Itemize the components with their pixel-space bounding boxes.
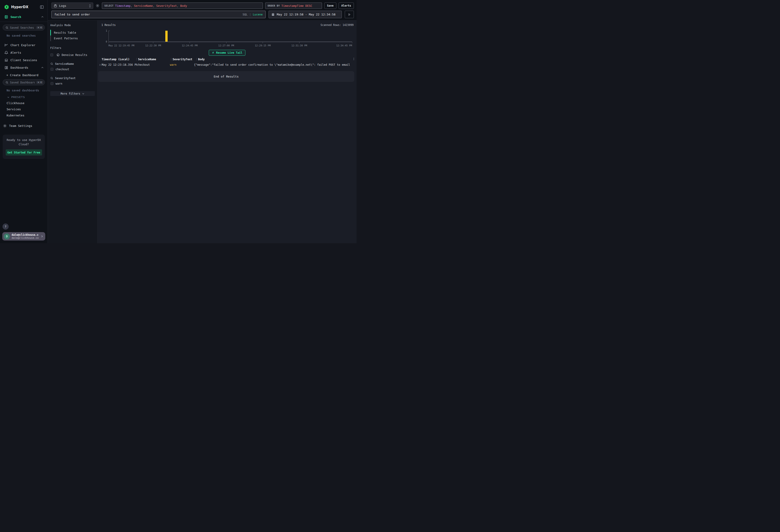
denoise-checkbox[interactable] bbox=[50, 53, 53, 56]
collapse-sidebar-icon[interactable] bbox=[40, 5, 44, 9]
scanned-rows: Scanned Rows: 1423099 bbox=[321, 23, 354, 27]
sidebar-item-alerts[interactable]: Alerts bbox=[0, 49, 48, 56]
select-col-servicename: ServiceName bbox=[134, 4, 153, 7]
x-tick-mark bbox=[108, 42, 109, 43]
preset-clickhouse[interactable]: Clickhouse bbox=[0, 100, 48, 106]
denoise-icon bbox=[56, 53, 60, 57]
help-button[interactable]: ? bbox=[2, 224, 9, 230]
sidebar-item-search[interactable]: Search bbox=[0, 13, 48, 21]
filter-group-severitytext[interactable]: SeverityText bbox=[50, 77, 95, 80]
user-menu[interactable]: D dale@clickhouse.com dale@clickhouse.co… bbox=[2, 232, 45, 241]
resume-live-tail-button[interactable]: Resume Live Tail bbox=[209, 50, 245, 56]
shortcut-badge: ⌘ K bbox=[36, 26, 43, 29]
source-settings-gear-icon[interactable] bbox=[96, 4, 100, 8]
y-tick-0: 0 bbox=[106, 41, 107, 43]
sidebar-item-dashboards[interactable]: Dashboards bbox=[0, 64, 48, 71]
select-columns-input[interactable]: SELECT Timestamp, ServiceName, SeverityT… bbox=[102, 2, 263, 9]
cell-body: {"message":"failed to send order confirm… bbox=[194, 63, 351, 66]
histogram-bar[interactable] bbox=[165, 31, 167, 42]
chevron-up-icon bbox=[41, 66, 44, 69]
cloud-promo-card: Ready to use HyperDX Cloud? Get Started … bbox=[3, 135, 45, 159]
chevron-down-icon bbox=[7, 96, 9, 98]
results-table: Timestamp (Local) ⋮ ServiceName ⋮ Severi… bbox=[98, 56, 356, 67]
filter-value-checkout[interactable]: checkout bbox=[50, 67, 95, 71]
search-icon bbox=[50, 62, 53, 65]
no-saved-searches-text: No saved searches bbox=[0, 32, 48, 39]
results-area: 1 Results Scanned Rows: 1423099 1 0 bbox=[98, 20, 356, 243]
user-subtitle: dale@clickhouse.com's bbox=[12, 236, 39, 239]
denoise-results-toggle[interactable]: Denoise Results bbox=[50, 53, 95, 57]
order-by-keyword: ORDER BY bbox=[267, 4, 280, 7]
saved-dashboards-input[interactable]: Saved Dashboards ⌘ K bbox=[3, 79, 45, 85]
alerts-button[interactable]: Alerts bbox=[339, 2, 354, 9]
sidebar-bottom: ? D dale@clickhouse.com dale@clickhouse.… bbox=[0, 222, 48, 243]
get-started-button[interactable]: Get Started for Free bbox=[6, 149, 42, 155]
checkout-checkbox[interactable] bbox=[50, 68, 53, 71]
source-select[interactable]: Logs bbox=[51, 2, 93, 9]
filter-group-name: SeverityText bbox=[55, 77, 76, 80]
search-query-input[interactable]: failed to send order SQL | Lucene bbox=[51, 11, 265, 18]
preset-kubernetes[interactable]: Kubernetes bbox=[0, 112, 48, 118]
x-tick-label: 12:29:15 PM bbox=[255, 44, 271, 47]
col-header-timestamp[interactable]: Timestamp (Local) bbox=[102, 58, 137, 61]
preset-services[interactable]: Services bbox=[0, 106, 48, 112]
chevron-down-icon bbox=[82, 92, 85, 95]
table-row[interactable]: May 22 12:23:18.356 PM checkout warn {"m… bbox=[98, 62, 356, 67]
analysis-mode-results-table[interactable]: Results Table bbox=[50, 30, 95, 36]
x-tick-label: 12:34:45 PM bbox=[336, 44, 352, 47]
topbar: Logs SELECT Timestamp, ServiceName, Seve… bbox=[48, 0, 356, 20]
logs-source-icon bbox=[54, 4, 57, 7]
bell-icon bbox=[4, 51, 8, 55]
search-section-icon bbox=[4, 15, 8, 19]
col-header-body[interactable]: Body bbox=[198, 58, 355, 61]
select-col-timestamp: Timestamp bbox=[115, 4, 131, 7]
lucene-mode-toggle[interactable]: Lucene bbox=[253, 13, 263, 16]
col-header-servicename[interactable]: ServiceName bbox=[138, 58, 171, 61]
sql-mode-toggle[interactable]: SQL bbox=[243, 13, 248, 16]
no-saved-dashboards-text: No saved dashboards bbox=[0, 87, 48, 94]
dashboards-icon bbox=[4, 66, 8, 69]
sidebar-item-client-sessions[interactable]: Client Sessions bbox=[0, 56, 48, 64]
column-separator[interactable]: ⋮ bbox=[135, 58, 138, 61]
select-keyword: SELECT bbox=[104, 4, 113, 7]
cell-service: checkout bbox=[137, 63, 170, 66]
sidebar-item-team-settings[interactable]: Team Settings bbox=[0, 122, 48, 130]
x-axis-line bbox=[109, 42, 352, 42]
chevron-up-icon bbox=[41, 15, 44, 18]
more-filters-button[interactable]: More filters bbox=[50, 91, 95, 96]
sidebar-item-chart-explorer[interactable]: Chart Explorer bbox=[0, 41, 48, 49]
order-by-value: TimestampTime DESC bbox=[282, 4, 312, 7]
column-separator[interactable]: ⋮ bbox=[195, 58, 198, 61]
presets-toggle[interactable]: PRESETS bbox=[0, 94, 48, 100]
col-header-severitytext[interactable]: SeverityText bbox=[173, 58, 197, 61]
expand-row-chevron-icon[interactable] bbox=[99, 64, 102, 66]
x-tick-mark bbox=[226, 42, 227, 43]
select-col-severitytext: SeverityText bbox=[156, 4, 177, 7]
run-query-button[interactable] bbox=[345, 11, 354, 18]
x-tick-mark bbox=[352, 42, 352, 43]
create-dashboard-button[interactable]: + Create Dashboard bbox=[0, 71, 48, 79]
saved-searches-input[interactable]: Saved Searches ⌘ K bbox=[3, 25, 45, 31]
laptop-icon bbox=[4, 58, 8, 62]
divider bbox=[0, 21, 48, 22]
filter-value-warn[interactable]: warn bbox=[50, 82, 95, 85]
analysis-mode-event-patterns[interactable]: Event Patterns bbox=[50, 36, 95, 41]
hyperdx-app: HyperDX Search Saved Searches ⌘ K No sav… bbox=[0, 0, 356, 243]
x-tick-label: 12:31:30 PM bbox=[291, 44, 307, 47]
cloud-promo-text: Ready to use HyperDX Cloud? bbox=[5, 138, 42, 146]
avatar: D bbox=[4, 234, 10, 239]
chart-explorer-icon bbox=[4, 43, 8, 47]
sidebar-item-label: Search bbox=[10, 15, 21, 19]
order-by-input[interactable]: ORDER BY TimestampTime DESC bbox=[265, 2, 322, 9]
save-button[interactable]: Save bbox=[324, 2, 336, 9]
cell-severity: warn bbox=[170, 63, 194, 66]
chevron-right-icon bbox=[41, 235, 43, 238]
table-options-kebab-icon[interactable]: ⋮ bbox=[352, 57, 355, 60]
warn-checkbox[interactable] bbox=[50, 82, 53, 85]
time-range-picker[interactable]: May 22 12:19:58 - May 22 12:34:58 bbox=[269, 11, 342, 18]
filter-group-servicename[interactable]: ServiceName bbox=[50, 62, 95, 65]
x-tick-mark bbox=[153, 42, 153, 43]
table-header: Timestamp (Local) ⋮ ServiceName ⋮ Severi… bbox=[98, 56, 356, 62]
calendar-icon bbox=[271, 13, 275, 16]
column-separator[interactable]: ⋮ bbox=[170, 58, 173, 61]
